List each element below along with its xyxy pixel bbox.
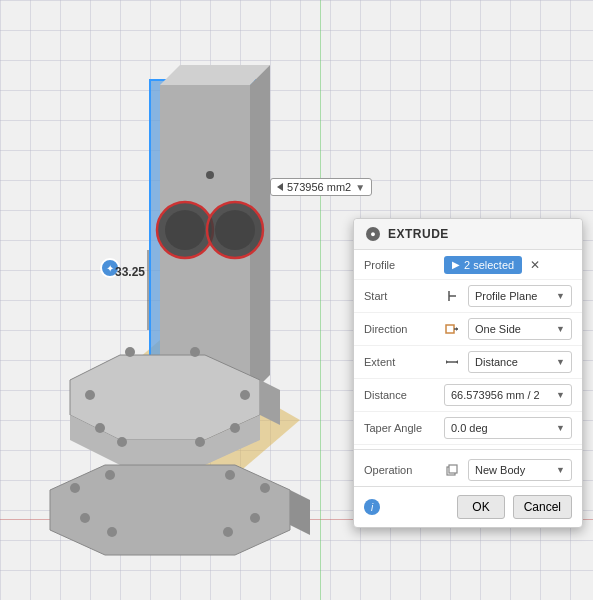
svg-point-6 — [165, 210, 205, 250]
profile-value: ▶ 2 selected ✕ — [444, 256, 572, 274]
profile-label: Profile — [364, 259, 444, 271]
svg-point-19 — [117, 437, 127, 447]
extrude-dialog: ● EXTRUDE Profile ▶ 2 selected ✕ Start — [353, 218, 583, 528]
area-value: 573956 mm2 — [287, 181, 351, 193]
direction-value: One Side ▼ — [444, 318, 572, 340]
extent-label: Extent — [364, 356, 444, 368]
area-label-arrow — [277, 183, 283, 191]
svg-point-28 — [225, 470, 235, 480]
svg-point-25 — [80, 513, 90, 523]
dialog-footer: i OK Cancel — [354, 486, 582, 527]
extent-value-text: Distance — [475, 356, 518, 368]
start-dropdown[interactable]: Profile Plane ▼ — [468, 285, 572, 307]
distance-value: 66.573956 mm / 2 ▼ — [444, 384, 572, 406]
taper-angle-label: Taper Angle — [364, 422, 444, 434]
taper-angle-row: Taper Angle 0.0 deg ▼ — [354, 412, 582, 445]
3d-model — [30, 20, 340, 560]
svg-marker-21 — [50, 465, 290, 555]
direction-label: Direction — [364, 323, 444, 335]
extent-dropdown[interactable]: Distance ▼ — [468, 351, 572, 373]
taper-angle-dropdown[interactable]: 0.0 deg ▼ — [444, 417, 572, 439]
profile-selected-button[interactable]: ▶ 2 selected — [444, 256, 522, 274]
extent-icon — [444, 354, 460, 370]
svg-point-17 — [125, 347, 135, 357]
extent-value: Distance ▼ — [444, 351, 572, 373]
svg-point-23 — [70, 483, 80, 493]
operation-value-text: New Body — [475, 464, 525, 476]
svg-rect-42 — [449, 465, 457, 473]
extent-row: Extent Distance ▼ — [354, 346, 582, 379]
direction-dropdown[interactable]: One Side ▼ — [468, 318, 572, 340]
cancel-button[interactable]: Cancel — [513, 495, 572, 519]
svg-rect-35 — [446, 325, 454, 333]
distance-row: Distance 66.573956 mm / 2 ▼ — [354, 379, 582, 412]
direction-dropdown-arrow: ▼ — [556, 324, 565, 334]
cursor-icon-small: ▶ — [452, 259, 460, 270]
svg-point-27 — [105, 470, 115, 480]
distance-dropdown[interactable]: 66.573956 mm / 2 ▼ — [444, 384, 572, 406]
direction-value-text: One Side — [475, 323, 521, 335]
start-label: Start — [364, 290, 444, 302]
operation-label: Operation — [364, 464, 444, 476]
svg-point-18 — [190, 347, 200, 357]
svg-marker-22 — [290, 490, 310, 535]
svg-point-20 — [195, 437, 205, 447]
svg-point-13 — [85, 390, 95, 400]
operation-dropdown[interactable]: New Body ▼ — [468, 459, 572, 481]
taper-angle-value-text: 0.0 deg — [451, 422, 488, 434]
start-dropdown-arrow: ▼ — [556, 291, 565, 301]
extent-dropdown-arrow: ▼ — [556, 357, 565, 367]
svg-point-8 — [215, 210, 255, 250]
operation-dropdown-arrow: ▼ — [556, 465, 565, 475]
3d-viewport: ✦ 33.25 573956 mm2 ▼ ● EXTRUDE Profile ▶… — [0, 0, 593, 600]
profile-clear-button[interactable]: ✕ — [526, 256, 544, 274]
ok-button[interactable]: OK — [457, 495, 504, 519]
dialog-header: ● EXTRUDE — [354, 219, 582, 250]
dialog-body: Profile ▶ 2 selected ✕ Start — [354, 250, 582, 486]
svg-point-26 — [250, 513, 260, 523]
dimension-label: 33.25 — [115, 265, 145, 279]
start-value: Profile Plane ▼ — [444, 285, 572, 307]
start-icon — [444, 288, 460, 304]
area-dropdown-icon[interactable]: ▼ — [355, 182, 365, 193]
distance-label: Distance — [364, 389, 444, 401]
svg-point-9 — [206, 171, 214, 179]
svg-point-24 — [260, 483, 270, 493]
taper-angle-dropdown-arrow: ▼ — [556, 423, 565, 433]
taper-angle-value: 0.0 deg ▼ — [444, 417, 572, 439]
start-row: Start Profile Plane ▼ — [354, 280, 582, 313]
dialog-header-icon: ● — [366, 227, 380, 241]
profile-row: Profile ▶ 2 selected ✕ — [354, 250, 582, 280]
svg-marker-37 — [456, 327, 458, 331]
profile-selected-text: 2 selected — [464, 259, 514, 271]
dialog-title: EXTRUDE — [388, 227, 449, 241]
distance-dropdown-arrow: ▼ — [556, 390, 565, 400]
svg-point-15 — [95, 423, 105, 433]
operation-value: New Body ▼ — [444, 459, 572, 481]
svg-point-29 — [107, 527, 117, 537]
area-label[interactable]: 573956 mm2 ▼ — [270, 178, 372, 196]
svg-marker-39 — [446, 360, 448, 364]
direction-row: Direction One Side ▼ — [354, 313, 582, 346]
direction-icon — [444, 321, 460, 337]
dialog-separator — [354, 449, 582, 450]
info-icon[interactable]: i — [364, 499, 380, 515]
new-body-icon — [444, 462, 460, 478]
distance-value-text: 66.573956 mm / 2 — [451, 389, 540, 401]
svg-point-14 — [240, 390, 250, 400]
svg-marker-40 — [456, 360, 458, 364]
svg-point-16 — [230, 423, 240, 433]
svg-point-30 — [223, 527, 233, 537]
operation-row: Operation New Body ▼ — [354, 454, 582, 486]
start-value-text: Profile Plane — [475, 290, 537, 302]
